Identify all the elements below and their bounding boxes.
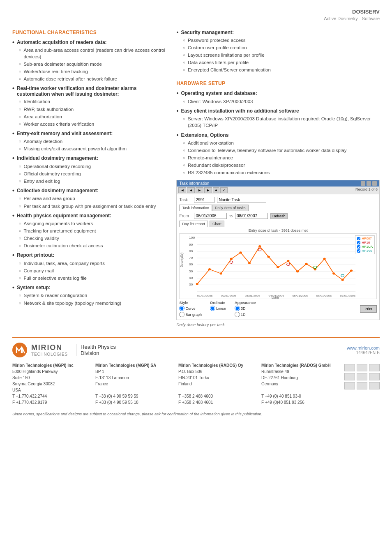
from-label: From	[179, 214, 191, 218]
sub-list-7: Individual, task, area, company reports …	[12, 260, 166, 281]
legend-check-3[interactable]	[357, 245, 360, 249]
list-item: Area authorization	[19, 113, 166, 120]
svg-text:06/01/2006: 06/01/2006	[316, 295, 332, 297]
list-item: Per task and task group with pre-assignm…	[19, 203, 166, 210]
ordinate-label: Ordinate	[210, 301, 226, 305]
address-4: Mirion Technolgies (RADOS) GmbH Ruhrstra…	[261, 362, 341, 405]
svg-point-20	[220, 273, 222, 275]
addr2-t: T +33 (0) 4 90 59 59 59	[95, 393, 175, 399]
website-url: www.mirion.com	[347, 345, 380, 350]
addr4-line3: Germany	[261, 381, 341, 387]
task-label: Task	[179, 198, 191, 202]
list-item: Server: Windows XP/2000/2003 Database in…	[183, 115, 380, 129]
to-date-input[interactable]	[235, 213, 268, 219]
svg-point-36	[258, 249, 262, 251]
appearance-1d-radio[interactable]	[235, 312, 240, 317]
addr1-line4: USA	[12, 387, 92, 393]
list-item: Dosimeter calibration check at access	[19, 242, 166, 249]
list-item: Per area and area group	[19, 195, 166, 202]
toolbar-btn-4[interactable]: ►	[204, 187, 212, 193]
hw-group-2: Easy client installation with no additio…	[176, 108, 380, 129]
img-row-2	[344, 373, 380, 380]
bullet-main-3: Entry-exit memory and visit assessment:	[12, 131, 166, 137]
list-item: Network & site topology (topology memori…	[19, 300, 166, 306]
ordinate-linear-radio[interactable]	[210, 306, 215, 311]
svg-text:80: 80	[189, 250, 193, 253]
list-item: RS 232/485 communication extensions	[183, 169, 380, 176]
legend-label-1: HP007	[362, 237, 371, 240]
chart-options: Style Curve Bar graph Ordinate	[179, 301, 377, 317]
website-area: www.mirion.com 144642EN-B	[347, 345, 380, 355]
list-item: Individual, task, area, company reports	[19, 260, 166, 267]
list-item: Password protected access	[183, 37, 380, 44]
sub-list-1: Area and sub-area access control (reader…	[12, 47, 166, 82]
ordinate-linear-label: Linear	[216, 306, 226, 311]
tab-bar: Task information Daily Area of tasks	[179, 205, 377, 211]
legend-check-2[interactable]	[357, 241, 360, 244]
footer: MIRION TECHNOLOGIES Health Physics Divis…	[12, 337, 380, 416]
svg-point-32	[333, 273, 335, 275]
addr3-f: F +358 2 468 4601	[178, 399, 258, 405]
img-row-3	[344, 382, 380, 389]
chart-area: 100 90 80 70 60 50 40 30 Dose (μSv)	[179, 233, 377, 299]
security-sub-list: Password protected access Custom user pr…	[176, 37, 380, 73]
toolbar-btn-6[interactable]: ✓	[220, 187, 228, 193]
addr3-line2: FIN-20101 Turku	[178, 375, 258, 381]
list-item: Anomaly detection	[19, 138, 166, 145]
hw-sub-2: Server: Windows XP/2000/2003 Database in…	[176, 115, 380, 129]
toolbar-btn-1[interactable]: ◄	[178, 187, 186, 193]
hw-bullet-1: Operating system and database:	[176, 90, 380, 97]
technologies-label: TECHNOLOGIES	[31, 352, 68, 357]
tab-day-list[interactable]: Day list report	[179, 221, 208, 227]
style-curve: Curve	[179, 306, 202, 311]
bullet-main-6: Health physics equipment management:	[12, 213, 166, 219]
img-cell-7	[344, 382, 355, 389]
hw-sub-1: Client: Windows XP/2000/2003	[176, 98, 380, 105]
toolbar-btn-2[interactable]: ◄	[187, 187, 195, 193]
tab-daily-area[interactable]: Daily Area of tasks	[212, 205, 249, 211]
ordinate-options: Ordinate Linear	[210, 301, 226, 317]
style-curve-radio[interactable]	[179, 306, 184, 311]
legend-check-4[interactable]	[357, 249, 360, 253]
list-item: Layout screens limitations per profile	[183, 52, 380, 58]
to-label: to	[229, 214, 233, 218]
logo-area: MIRION TECHNOLOGIES Health Physics Divis…	[12, 343, 116, 357]
toolbar-btn-3[interactable]: ►	[196, 187, 203, 193]
toolbar-btn-5[interactable]: ●	[213, 187, 219, 193]
addr3-line3: Finland	[178, 381, 258, 387]
sub-list-2: Identification RWP, task authorization A…	[12, 98, 166, 127]
legend-check-1[interactable]	[357, 237, 360, 240]
svg-point-33	[341, 279, 344, 281]
refresh-button[interactable]: Refresh	[270, 213, 288, 219]
window-title: Task information	[179, 181, 209, 186]
svg-text:90: 90	[189, 243, 193, 246]
hw-group-1: Operating system and database: Client: W…	[176, 90, 380, 104]
list-item: Encrypted Client/Server communication	[183, 67, 380, 73]
tab-chart[interactable]: Chart	[210, 221, 224, 227]
maximize-button[interactable]	[367, 181, 371, 186]
addr2-line1: BP 1	[95, 368, 175, 375]
task-value-input[interactable]	[194, 197, 214, 203]
list-item: Assigning equipments to workers	[19, 220, 166, 227]
list-item: Worker access criteria verification	[19, 121, 166, 127]
hw-group-3: Extensions, Options Additional workstati…	[176, 132, 380, 176]
print-button[interactable]: Print	[360, 305, 377, 313]
logo-svg	[14, 344, 25, 356]
close-button[interactable]	[372, 181, 377, 186]
bullet-group-8: System setup: System & reader configurat…	[12, 285, 166, 306]
appearance-3d-radio[interactable]	[235, 306, 240, 311]
tab-task-information[interactable]: Task information	[179, 205, 212, 211]
minimize-button[interactable]	[361, 181, 365, 186]
from-date-input[interactable]	[194, 213, 227, 219]
task-name-input[interactable]	[217, 197, 266, 203]
addr2-line3: France	[95, 381, 175, 387]
style-bar-label: Bar graph	[185, 313, 202, 317]
company-3: Mirion Technologies (RADOS) Oy	[178, 363, 243, 368]
hardware-title: HARDWARE SETUP	[176, 81, 380, 86]
style-bar-radio[interactable]	[179, 312, 184, 317]
list-item: Company mail	[19, 267, 166, 274]
img-cell-1	[344, 364, 355, 371]
list-item: Area and sub-area access control (reader…	[19, 47, 166, 60]
addr2-line2: F-13113 Lamanon	[95, 375, 175, 381]
img-cell-5	[357, 373, 367, 380]
